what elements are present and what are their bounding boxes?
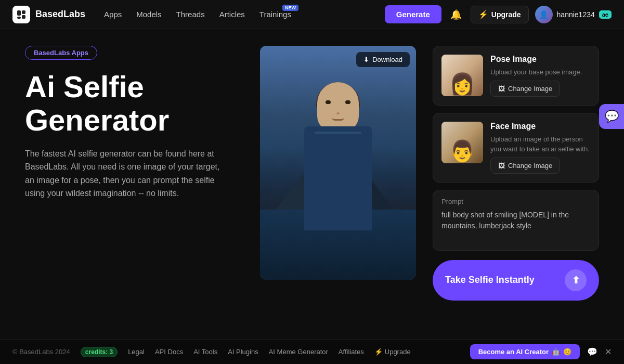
pose-change-image-button[interactable]: 🖼 Change Image: [490, 81, 560, 97]
prompt-input[interactable]: [441, 210, 590, 241]
footer-right: Become an AI Creator 🤖 😊 💬 ✕: [470, 344, 612, 359]
person-nose: [336, 108, 340, 114]
page-description: The fastest AI selfie generator can be f…: [25, 147, 223, 200]
side-float-button[interactable]: 💬: [599, 104, 624, 129]
new-badge: NEW: [282, 5, 298, 11]
upgrade-fire-icon: ⚡: [374, 348, 383, 356]
footer-affiliates[interactable]: Affiliates: [339, 348, 364, 356]
person-mouth: [332, 118, 344, 121]
face-card-info: Face Image Upload an image of the person…: [490, 122, 590, 174]
apps-badge: BasedLabs Apps: [25, 46, 97, 60]
bell-icon[interactable]: 🔔: [448, 6, 464, 23]
selfie-icon: ⬆: [565, 269, 587, 291]
generated-image: [260, 46, 416, 280]
svg-rect-1: [22, 10, 25, 14]
eye-right: [345, 100, 350, 104]
person-head: [317, 82, 359, 132]
fire-icon: ⚡: [478, 10, 488, 19]
user-area[interactable]: 👤 hannie1234 ae: [535, 6, 612, 23]
face-title: Face Image: [490, 122, 590, 131]
nav-links: Apps Models Threads Articles Trainings N…: [98, 7, 381, 22]
discord-icon[interactable]: 💬: [587, 347, 597, 357]
left-panel: BasedLabs Apps Ai Selfie Generator The f…: [25, 46, 243, 322]
generate-button[interactable]: Generate: [385, 5, 441, 23]
footer-legal[interactable]: Legal: [128, 348, 145, 356]
image-icon: 🖼: [498, 85, 505, 93]
twitter-icon[interactable]: ✕: [605, 347, 612, 357]
become-creator-button[interactable]: Become an AI Creator 🤖 😊: [470, 344, 580, 359]
image-icon-2: 🖼: [498, 162, 505, 170]
prompt-label: Prompt: [441, 198, 590, 205]
brand-name: BasedLabs: [35, 9, 85, 20]
footer-ai-plugins[interactable]: AI Plugins: [228, 348, 258, 356]
nav-trainings[interactable]: Trainings NEW: [253, 7, 300, 22]
username: hannie1234: [557, 10, 595, 19]
pose-desc: Upload your base pose image.: [490, 67, 590, 77]
page-title: Ai Selfie Generator: [25, 70, 243, 137]
main-content: BasedLabs Apps Ai Selfie Generator The f…: [0, 29, 624, 339]
footer-upgrade[interactable]: ⚡ Upgrade: [374, 348, 411, 356]
pose-thumbnail-image: [441, 55, 483, 96]
face-image-card: Face Image Upload an image of the person…: [433, 113, 599, 183]
navbar: BasedLabs Apps Models Threads Articles T…: [0, 0, 624, 29]
creator-emoji-2: 😊: [563, 348, 571, 356]
center-image-panel: ⬇ Download: [260, 46, 416, 280]
face-desc: Upload an image of the person you want t…: [490, 134, 590, 154]
creator-emoji-1: 🤖: [552, 348, 560, 356]
take-selfie-button[interactable]: Take Selfie Instantly ⬆: [433, 260, 599, 301]
logo-wrap[interactable]: BasedLabs: [12, 6, 85, 23]
eye-left: [326, 100, 331, 104]
download-button[interactable]: ⬇ Download: [356, 52, 410, 67]
person-silhouette: [286, 82, 390, 280]
footer-links: Legal API Docs AI Tools AI Plugins AI Me…: [128, 348, 460, 356]
prompt-area: Prompt: [433, 190, 599, 251]
person-body: [304, 126, 372, 230]
nav-threads[interactable]: Threads: [170, 7, 211, 22]
right-panel: Pose Image Upload your base pose image. …: [433, 46, 599, 322]
footer-ai-meme[interactable]: AI Meme Generator: [269, 348, 328, 356]
pose-card-info: Pose Image Upload your base pose image. …: [490, 55, 590, 97]
footer: © BasedLabs 2024 credits: 3 Legal API Do…: [0, 339, 624, 364]
footer-ai-tools[interactable]: AI Tools: [193, 348, 217, 356]
nav-articles[interactable]: Articles: [213, 7, 251, 22]
pose-title: Pose Image: [490, 55, 590, 64]
svg-rect-2: [22, 15, 25, 19]
upgrade-button[interactable]: ⚡ Upgrade: [471, 6, 529, 23]
avatar: 👤: [535, 6, 553, 23]
svg-rect-0: [17, 10, 21, 16]
nav-models[interactable]: Models: [130, 7, 167, 22]
pose-thumb: [441, 55, 483, 96]
nav-apps[interactable]: Apps: [98, 7, 128, 22]
copyright: © BasedLabs 2024: [12, 348, 70, 356]
logo-icon: [12, 6, 30, 23]
nav-right: Generate 🔔 ⚡ Upgrade 👤 hannie1234 ae: [385, 5, 612, 23]
ae-badge: ae: [599, 10, 612, 19]
credits-badge: credits: 3: [81, 347, 118, 357]
download-icon: ⬇: [363, 56, 369, 63]
pose-image-card: Pose Image Upload your base pose image. …: [433, 46, 599, 106]
face-change-image-button[interactable]: 🖼 Change Image: [490, 158, 560, 174]
footer-api-docs[interactable]: API Docs: [155, 348, 183, 356]
face-thumb: [441, 122, 483, 163]
face-thumbnail-image: [441, 122, 483, 163]
svg-rect-3: [17, 17, 21, 19]
person-eyes: [326, 100, 350, 104]
